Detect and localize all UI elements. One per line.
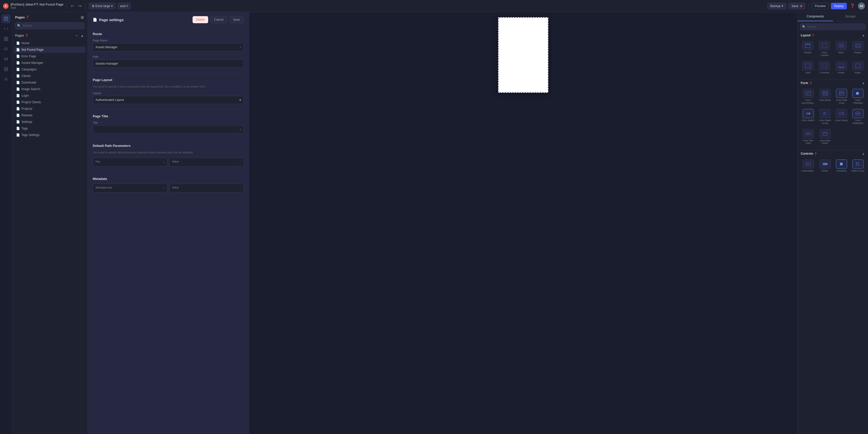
comp-button-label: Button: [822, 170, 829, 172]
chevron-down-icon2: ▾: [781, 4, 783, 8]
comp-button[interactable]: Button: [817, 158, 833, 174]
collapse-pages-button[interactable]: ▲: [80, 33, 85, 38]
comp-form-switch[interactable]: Form Switch: [800, 108, 816, 126]
comp-form-switch-label: Form Switch: [802, 119, 814, 122]
comp-paper[interactable]: Paper: [850, 60, 866, 76]
form-title-text: Form: [801, 81, 808, 85]
page-item[interactable]: 📄Error Page: [14, 53, 86, 60]
page-item[interactable]: 📄Projects: [14, 106, 86, 112]
layout-section-header[interactable]: Layout ❓ ▲: [800, 32, 866, 38]
comp-autocomplete[interactable]: Autocomple...: [800, 158, 816, 174]
form-section-title: Form ❓: [801, 81, 812, 85]
rail-pages[interactable]: [1, 14, 10, 23]
page-name-input[interactable]: [93, 43, 244, 51]
page-item[interactable]: 📄Project Clients: [14, 99, 86, 106]
path-input[interactable]: [93, 60, 244, 68]
page-item[interactable]: 📄Release: [14, 112, 86, 119]
comp-form-radio[interactable]: Form Radio Group: [817, 108, 833, 126]
panel-view-toggle[interactable]: ▦: [80, 15, 85, 20]
comp-radio-group[interactable]: Radio Group: [850, 158, 866, 174]
tab-groups[interactable]: Groups: [833, 12, 868, 21]
comp-form-block-label: Form Block: [819, 99, 831, 102]
comp-popper[interactable]: Popper: [850, 39, 866, 58]
page-item[interactable]: 📄Campaigns: [14, 66, 86, 73]
device-selector[interactable]: 🖥 Extra large ▾: [89, 3, 116, 9]
page-item[interactable]: 📄Home: [14, 40, 86, 47]
expand-icon3[interactable]: ⤢: [162, 187, 164, 190]
page-item[interactable]: 📄Not Found Page: [14, 47, 86, 53]
rail-functions[interactable]: [1, 55, 10, 64]
page-name-group: Page Name ✕: [93, 39, 244, 51]
cancel-button[interactable]: Cancel: [210, 16, 227, 23]
page-item[interactable]: 📄Tags: [14, 125, 86, 132]
auto-selector[interactable]: auto: [118, 3, 131, 9]
add-page-button[interactable]: ＋: [74, 33, 79, 38]
comp-footer[interactable]: Footer: [834, 60, 849, 76]
project-title: [ProServ] Jebel-FT: Not Found Page /404: [10, 2, 63, 9]
comp-form-auto[interactable]: Form Autocomple...: [800, 87, 816, 106]
page-item[interactable]: 📄Login: [14, 92, 86, 99]
comp-async[interactable]: Async Content: [817, 39, 832, 58]
rail-cloud[interactable]: [1, 45, 10, 54]
page-item[interactable]: 📄Clients: [14, 73, 86, 79]
backup-button[interactable]: Backup ▾: [767, 3, 786, 9]
expand-icon2[interactable]: ⤢: [239, 161, 241, 164]
page-item[interactable]: 📄Tags Settings: [14, 132, 86, 138]
layout-select[interactable]: Authenticated Layout: [93, 96, 244, 104]
svg-rect-31: [841, 92, 843, 93]
redo-button[interactable]: ↪: [77, 2, 83, 9]
page-item[interactable]: 📄Settings: [14, 119, 86, 125]
comp-container[interactable]: Container: [817, 60, 832, 76]
comp-form-checkbox[interactable]: Form Checkbox: [850, 87, 866, 106]
page-item[interactable]: 📄Image Search: [14, 86, 86, 92]
pages-section-header[interactable]: Pages ❓ ＋ ▲: [12, 31, 88, 40]
layout-group: Layout Authenticated Layout: [93, 92, 244, 104]
title-group: Title ✕: [93, 121, 244, 134]
rail-widgets[interactable]: [1, 34, 10, 44]
comp-card-label: Card: [805, 71, 810, 74]
path-params-row: Key ⤢ Value ⤢: [93, 158, 244, 167]
comp-card[interactable]: Card: [800, 60, 815, 76]
save-settings-button[interactable]: Save: [229, 16, 244, 23]
delete-button[interactable]: Delete: [192, 16, 209, 23]
expand-icon4[interactable]: ⤢: [239, 187, 241, 190]
search-wrap: 🔍: [800, 24, 866, 30]
undo-button[interactable]: ↩: [70, 2, 75, 9]
metadata-value-label: Value: [172, 186, 179, 189]
title-input[interactable]: [93, 125, 244, 134]
comp-menu[interactable]: Menu: [834, 39, 849, 58]
deploy-button[interactable]: Deploy: [831, 3, 847, 9]
comp-form-multiselect[interactable]: Form Multiselect: [850, 108, 866, 126]
comp-header[interactable]: Header: [800, 39, 815, 58]
help-button[interactable]: ❓: [849, 2, 856, 9]
rail-settings[interactable]: [1, 75, 10, 84]
form-section-header[interactable]: Form ❓ ▲: [800, 80, 866, 86]
page-item[interactable]: 📄Assets Manager: [14, 60, 86, 66]
comp-checkbox[interactable]: Checkbox: [834, 158, 849, 174]
expand-icon[interactable]: ⤢: [162, 161, 164, 164]
page-item-label: Project Clients: [22, 100, 41, 104]
controls-section-header[interactable]: Controls ❓ ▲: [800, 150, 866, 157]
component-search-input[interactable]: [800, 24, 866, 30]
canvas-frame: [498, 17, 549, 93]
page-name-label: Page Name: [93, 39, 244, 42]
pages-search-input[interactable]: [15, 22, 85, 29]
comp-form-date[interactable]: Form Date Picker: [817, 128, 833, 146]
comp-form-select[interactable]: Form Select: [834, 108, 849, 126]
preview-button[interactable]: Preview: [811, 3, 829, 9]
comp-form-block[interactable]: Form Block: [817, 87, 833, 106]
popper-icon: [852, 41, 864, 50]
component-search-box: 🔍: [798, 22, 868, 32]
comp-form-date-label: Form Date Picker: [818, 139, 832, 145]
pages-help-icon: ❓: [25, 34, 29, 37]
save-button[interactable]: Save: [788, 3, 805, 9]
comp-form-text[interactable]: Form Text Field: [800, 128, 816, 146]
panel-title: Pages ❓: [15, 16, 29, 19]
rail-data[interactable]: [1, 65, 10, 74]
metadata-title: Metadata: [93, 177, 244, 181]
rail-code[interactable]: [1, 24, 10, 33]
tab-components[interactable]: Components: [798, 12, 833, 21]
pages-section-title: Pages ❓: [15, 34, 29, 37]
comp-form-field-array[interactable]: Form Field Array: [834, 87, 849, 106]
page-item[interactable]: 📄Downloads: [14, 79, 86, 86]
